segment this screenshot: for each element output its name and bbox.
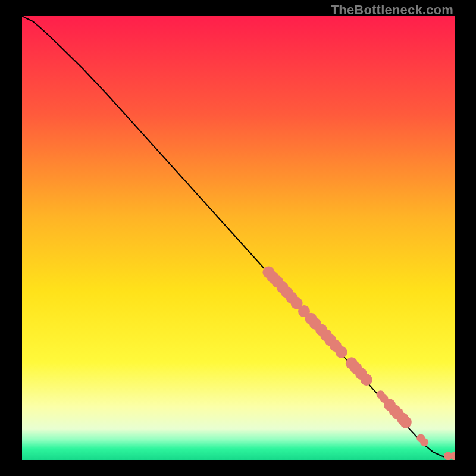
data-marker bbox=[400, 416, 412, 428]
data-marker bbox=[336, 346, 347, 358]
chart-stage: TheBottleneck.com bbox=[0, 0, 476, 476]
gradient-background bbox=[22, 16, 455, 460]
data-marker bbox=[420, 438, 428, 446]
chart-svg bbox=[22, 16, 455, 460]
data-marker bbox=[361, 374, 372, 386]
plot-area bbox=[22, 16, 455, 460]
